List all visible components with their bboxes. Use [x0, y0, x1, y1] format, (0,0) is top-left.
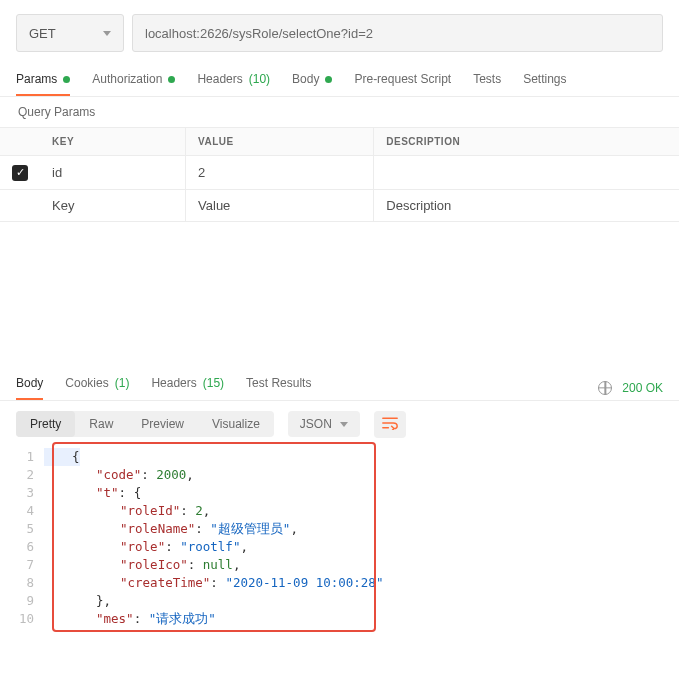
col-check	[0, 128, 40, 156]
tab-headers[interactable]: Headers (10)	[197, 72, 270, 96]
table-row-placeholder: Key Value Description	[0, 189, 679, 221]
chevron-down-icon	[340, 422, 348, 427]
tab-authorization[interactable]: Authorization	[92, 72, 175, 96]
res-tab-cookies[interactable]: Cookies (1)	[65, 376, 129, 400]
code-line: 3"t": {	[18, 484, 671, 502]
response-tabs: Body Cookies (1) Headers (15) Test Resul…	[16, 376, 311, 400]
res-tab-tests[interactable]: Test Results	[246, 376, 311, 400]
code-line: 2"code": 2000,	[18, 466, 671, 484]
res-tab-headers[interactable]: Headers (15)	[151, 376, 224, 400]
wrap-icon	[382, 416, 398, 430]
request-tabs: Params Authorization Headers (10) Body P…	[0, 58, 679, 97]
code-line: 7"roleIco": null,	[18, 556, 671, 574]
mode-raw[interactable]: Raw	[75, 411, 127, 437]
method-select[interactable]: GET	[16, 14, 124, 52]
cell-desc[interactable]	[374, 156, 679, 190]
mode-preview[interactable]: Preview	[127, 411, 198, 437]
code-line: 6"role": "rootlf",	[18, 538, 671, 556]
desc-placeholder[interactable]: Description	[374, 189, 679, 221]
dot-icon	[325, 76, 332, 83]
response-toolbar: Pretty Raw Preview Visualize JSON	[0, 401, 679, 448]
method-label: GET	[29, 26, 56, 41]
mode-visualize[interactable]: Visualize	[198, 411, 274, 437]
response-body[interactable]: 1{2"code": 2000,3"t": {4"roleId": 2,5"ro…	[4, 448, 671, 628]
globe-icon[interactable]	[598, 381, 612, 395]
key-placeholder[interactable]: Key	[40, 189, 186, 221]
query-params-table: KEY VALUE DESCRIPTION ✓ id 2 Key Value D…	[0, 127, 679, 222]
code-line: 4"roleId": 2,	[18, 502, 671, 520]
value-placeholder[interactable]: Value	[186, 189, 374, 221]
code-line: 8"createTime": "2020-11-09 10:00:28"	[18, 574, 671, 592]
url-input[interactable]: localhost:2626/sysRole/selectOne?id=2	[132, 14, 663, 52]
format-select[interactable]: JSON	[288, 411, 360, 437]
tab-body[interactable]: Body	[292, 72, 332, 96]
res-tab-body[interactable]: Body	[16, 376, 43, 400]
status-text: 200 OK	[622, 381, 663, 395]
col-key: KEY	[40, 128, 186, 156]
code-line: 1{	[18, 448, 671, 466]
dot-icon	[168, 76, 175, 83]
code-line: 5"roleName": "超级管理员",	[18, 520, 671, 538]
url-value: localhost:2626/sysRole/selectOne?id=2	[145, 26, 373, 41]
chevron-down-icon	[103, 31, 111, 36]
tab-settings[interactable]: Settings	[523, 72, 566, 96]
col-desc: DESCRIPTION	[374, 128, 679, 156]
code-line: 10"mes": "请求成功"	[18, 610, 671, 628]
query-params-heading: Query Params	[0, 97, 679, 127]
tab-params[interactable]: Params	[16, 72, 70, 96]
code-line: 9},	[18, 592, 671, 610]
mode-pretty[interactable]: Pretty	[16, 411, 75, 437]
checkbox-icon[interactable]: ✓	[12, 165, 28, 181]
tab-prerequest[interactable]: Pre-request Script	[354, 72, 451, 96]
tab-tests[interactable]: Tests	[473, 72, 501, 96]
col-value: VALUE	[186, 128, 374, 156]
cell-key[interactable]: id	[40, 156, 186, 190]
dot-icon	[63, 76, 70, 83]
table-row: ✓ id 2	[0, 156, 679, 190]
cell-value[interactable]: 2	[186, 156, 374, 190]
wrap-button[interactable]	[374, 411, 406, 438]
